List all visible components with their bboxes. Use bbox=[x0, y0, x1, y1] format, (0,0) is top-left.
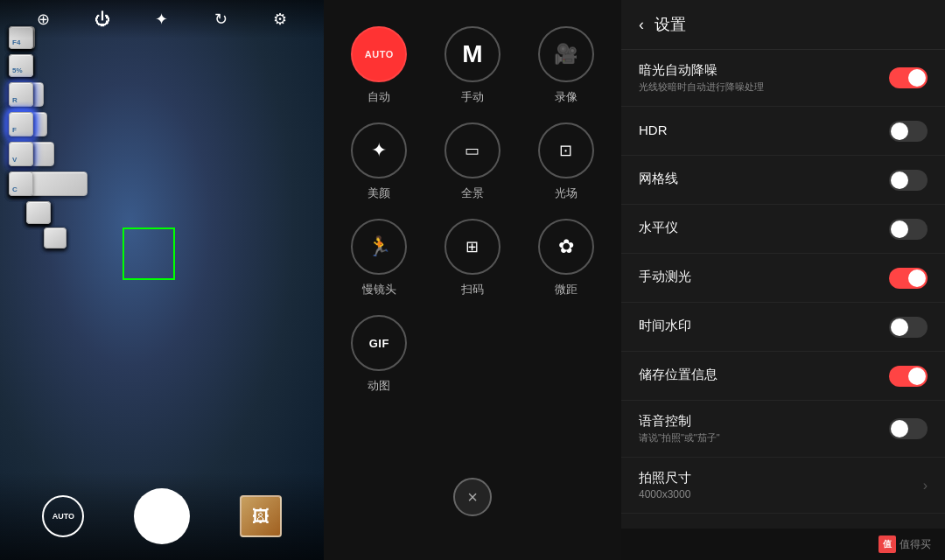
gif-mode-label: 动图 bbox=[368, 378, 390, 394]
setting-item-timestamp: 时间水印 bbox=[621, 303, 945, 352]
toggle-gridlines[interactable] bbox=[889, 170, 928, 191]
setting-name: 语音控制 bbox=[639, 413, 889, 430]
toggle-hdr[interactable] bbox=[889, 121, 928, 142]
setting-name: 水平仪 bbox=[639, 220, 889, 236]
auto-mode-label: 自动 bbox=[368, 89, 390, 105]
setting-desc: 请说"拍照"或"茄子" bbox=[639, 431, 889, 444]
setting-name: HDR bbox=[639, 122, 889, 137]
mode-item-auto[interactable]: AUTO 自动 bbox=[341, 26, 417, 105]
toggle-location[interactable] bbox=[889, 366, 928, 387]
setting-item-noise-reduction: 暗光自动降噪 光线较暗时自动进行降噪处理 bbox=[621, 50, 945, 107]
toggle-timestamp[interactable] bbox=[889, 317, 928, 338]
mode-item-manual[interactable]: M 手动 bbox=[435, 26, 511, 105]
mode-item-scan[interactable]: ⊞ 扫码 bbox=[435, 219, 511, 298]
video-mode-icon: 🎥 bbox=[538, 26, 594, 82]
mode-item-panorama[interactable]: ▭ 全景 bbox=[435, 122, 511, 201]
manual-mode-icon: M bbox=[444, 26, 500, 82]
gif-mode-icon: GIF bbox=[351, 315, 407, 371]
setting-item-voice-control: 语音控制 请说"拍照"或"茄子" bbox=[621, 401, 945, 458]
setting-item-photo-size[interactable]: 拍照尺寸 4000x3000 › bbox=[621, 458, 945, 514]
toggle-manual-exposure[interactable] bbox=[889, 268, 928, 289]
slowmo-mode-label: 慢镜头 bbox=[362, 282, 396, 298]
settings-panel: ‹ 设置 暗光自动降噪 光线较暗时自动进行降噪处理 HDR 网格线 bbox=[621, 0, 945, 560]
setting-name: 时间水印 bbox=[639, 318, 889, 334]
toggle-level[interactable] bbox=[889, 219, 928, 240]
panorama-mode-icon: ▭ bbox=[444, 122, 500, 178]
setting-name: 手动测光 bbox=[639, 269, 889, 285]
setting-name: 暗光自动降噪 bbox=[639, 62, 889, 79]
back-button[interactable]: ‹ bbox=[639, 16, 644, 34]
setting-name: 网格线 bbox=[639, 171, 889, 187]
beauty-icon[interactable]: ✦ bbox=[150, 7, 174, 32]
setting-item-manual-exposure: 手动测光 bbox=[621, 254, 945, 303]
beauty-mode-icon: ✦ bbox=[351, 122, 407, 178]
scan-mode-label: 扫码 bbox=[461, 282, 484, 298]
scan-mode-icon: ⊞ bbox=[444, 219, 500, 275]
auto-mode-icon: AUTO bbox=[351, 26, 407, 82]
mode-selector-panel: AUTO 自动 M 手动 🎥 录像 ✦ 美颜 ▭ 全景 ⊡ 光场 🏃 慢镜头 bbox=[324, 0, 621, 560]
camera-bottom-bar: AUTO 🖼 bbox=[0, 472, 324, 560]
lightfield-mode-icon: ⊡ bbox=[538, 122, 594, 178]
setting-desc: 光线较暗时自动进行降噪处理 bbox=[639, 80, 889, 94]
brand-icon: 值 bbox=[878, 536, 896, 553]
setting-name: 储存位置信息 bbox=[639, 367, 889, 383]
settings-header: ‹ 设置 bbox=[621, 0, 945, 50]
macro-mode-label: 微距 bbox=[555, 282, 578, 298]
settings-title: 设置 bbox=[654, 14, 686, 35]
setting-item-hdr: HDR bbox=[621, 107, 945, 156]
macro-mode-icon: ✿ bbox=[538, 219, 594, 275]
flash-icon[interactable]: ⊕ bbox=[32, 7, 56, 32]
lightfield-mode-label: 光场 bbox=[555, 186, 578, 201]
toggle-voice-control[interactable] bbox=[889, 418, 928, 439]
flip-icon[interactable]: ↻ bbox=[209, 7, 234, 32]
slowmo-mode-icon: 🏃 bbox=[351, 219, 407, 275]
camera-panel: ESC F1 F2 F3 F4 ~ 1 2@ 3# 4$ 5% Tab Q W … bbox=[0, 0, 324, 560]
focus-box bbox=[122, 228, 175, 280]
mode-item-beauty[interactable]: ✦ 美颜 bbox=[341, 122, 417, 201]
panorama-mode-label: 全景 bbox=[461, 186, 484, 201]
camera-top-bar: ⊕ ⏻ ✦ ↻ ⚙ bbox=[0, 0, 324, 38]
mode-item-lightfield[interactable]: ⊡ 光场 bbox=[528, 122, 604, 201]
arrow-icon: › bbox=[923, 478, 928, 494]
close-mode-button[interactable]: × bbox=[453, 478, 492, 516]
mode-grid: AUTO 自动 M 手动 🎥 录像 ✦ 美颜 ▭ 全景 ⊡ 光场 🏃 慢镜头 bbox=[341, 26, 604, 394]
brand-bar: 值 值得买 bbox=[621, 528, 945, 560]
gallery-thumbnail[interactable]: 🖼 bbox=[240, 495, 282, 537]
auto-mode-badge[interactable]: AUTO bbox=[42, 495, 84, 537]
shutter-button[interactable] bbox=[134, 488, 190, 544]
video-mode-label: 录像 bbox=[555, 89, 578, 105]
brand-text: 值得买 bbox=[900, 537, 931, 552]
mode-item-macro[interactable]: ✿ 微距 bbox=[528, 219, 604, 298]
setting-name: 拍照尺寸 bbox=[639, 470, 916, 486]
setting-item-level: 水平仪 bbox=[621, 205, 945, 254]
power-icon[interactable]: ⏻ bbox=[90, 7, 115, 32]
mode-item-slowmo[interactable]: 🏃 慢镜头 bbox=[341, 219, 417, 298]
setting-value: 4000x3000 bbox=[639, 488, 916, 500]
mode-item-gif[interactable]: GIF 动图 bbox=[341, 315, 417, 394]
setting-item-gridlines: 网格线 bbox=[621, 156, 945, 205]
settings-icon[interactable]: ⚙ bbox=[268, 7, 292, 32]
settings-list: 暗光自动降噪 光线较暗时自动进行降噪处理 HDR 网格线 bbox=[621, 50, 945, 528]
brand-logo: 值 值得买 bbox=[878, 536, 931, 553]
mode-item-video[interactable]: 🎥 录像 bbox=[528, 26, 604, 105]
setting-item-location: 储存位置信息 bbox=[621, 352, 945, 401]
toggle-noise-reduction[interactable] bbox=[889, 67, 928, 88]
beauty-mode-label: 美颜 bbox=[368, 186, 390, 201]
manual-mode-label: 手动 bbox=[461, 89, 484, 105]
